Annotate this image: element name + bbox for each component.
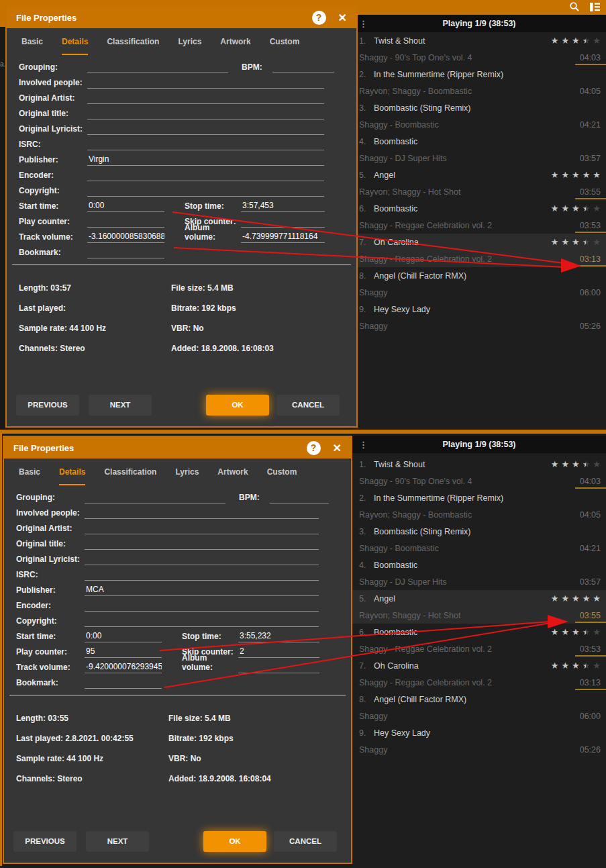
- track-row[interactable]: 1.Twist & Shout★★★★★Shaggy - 90's Top On…: [352, 32, 606, 66]
- track-row[interactable]: 7.Oh Carolina★★★★★Shaggy - Reggae Celebr…: [352, 657, 606, 691]
- start_time-field[interactable]: 0:00: [87, 200, 164, 212]
- close-icon[interactable]: ✕: [338, 11, 347, 25]
- bookmark-field[interactable]: [85, 677, 162, 689]
- rating-stars[interactable]: ★★★★★: [551, 238, 601, 246]
- grouping-field[interactable]: [87, 61, 228, 73]
- track-row[interactable]: 5.Angel★★★★★Rayvon; Shaggy - Hot Shot03:…: [352, 590, 606, 624]
- start_time-field[interactable]: 0:00: [85, 630, 162, 642]
- tab-details[interactable]: Details: [59, 467, 85, 485]
- original_title-field[interactable]: [85, 538, 319, 550]
- involved_people-field[interactable]: [85, 507, 319, 519]
- star-icon[interactable]: ★: [593, 36, 601, 45]
- rating-stars[interactable]: ★★★★★: [551, 628, 601, 636]
- tab-lyrics[interactable]: Lyrics: [175, 467, 199, 485]
- star-icon[interactable]: ★: [551, 204, 559, 213]
- grouping-field[interactable]: [85, 491, 225, 503]
- album_volume-field[interactable]: -4.739999771118164: [241, 231, 325, 243]
- track_volume-field[interactable]: -3.1600000858306885: [87, 231, 164, 243]
- star-icon[interactable]: ★: [593, 171, 601, 179]
- star-icon[interactable]: ★: [561, 460, 569, 469]
- ok-button[interactable]: OK: [203, 831, 266, 852]
- track-row[interactable]: 2.In the Summertime (Ripper Remix)Rayvon…: [352, 66, 606, 99]
- tab-classification[interactable]: Classification: [107, 37, 159, 55]
- stop_time-field[interactable]: 3:55,232: [238, 630, 319, 642]
- rating-stars[interactable]: ★★★★★: [551, 460, 601, 469]
- tab-artwork[interactable]: Artwork: [220, 37, 250, 55]
- cancel-button[interactable]: CANCEL: [274, 831, 337, 852]
- star-icon[interactable]: ★: [593, 238, 601, 246]
- rating-stars[interactable]: ★★★★★: [551, 171, 601, 179]
- rating-stars[interactable]: ★★★★★: [551, 36, 601, 45]
- star-icon[interactable]: ★: [561, 238, 569, 246]
- tab-artwork[interactable]: Artwork: [217, 467, 248, 485]
- track_volume-field[interactable]: -9.420000076293945: [85, 661, 162, 673]
- star-icon[interactable]: ★: [561, 171, 569, 179]
- star-icon[interactable]: ★: [572, 460, 580, 469]
- bookmark-field[interactable]: [87, 246, 164, 258]
- tab-basic[interactable]: Basic: [19, 467, 40, 485]
- original_artist-field[interactable]: [85, 522, 319, 534]
- tab-classification[interactable]: Classification: [104, 467, 156, 485]
- star-icon[interactable]: ★: [572, 171, 580, 179]
- copyright-field[interactable]: [87, 185, 324, 197]
- track-row[interactable]: 2.In the Summertime (Ripper Remix)Rayvon…: [352, 489, 606, 523]
- original_lyricist-field[interactable]: [87, 123, 324, 135]
- star-icon[interactable]: ★: [561, 36, 569, 45]
- tab-lyrics[interactable]: Lyrics: [178, 37, 201, 55]
- close-icon[interactable]: ✕: [333, 441, 342, 455]
- track-row[interactable]: 9.Hey Sexy LadyShaggy05:26: [352, 301, 606, 334]
- help-icon[interactable]: ?: [312, 11, 326, 25]
- star-icon[interactable]: ★: [583, 661, 591, 670]
- next-button[interactable]: NEXT: [89, 395, 152, 416]
- rating-stars[interactable]: ★★★★★: [551, 661, 601, 670]
- help-icon[interactable]: ?: [307, 441, 321, 455]
- star-icon[interactable]: ★: [551, 460, 559, 469]
- bpm-field[interactable]: [272, 61, 334, 73]
- album_volume-field[interactable]: [238, 661, 319, 673]
- star-icon[interactable]: ★: [572, 661, 580, 670]
- track-row[interactable]: 4.BoombasticShaggy - DJ Super Hits03:57: [352, 557, 606, 590]
- isrc-field[interactable]: [85, 569, 319, 581]
- publisher-field[interactable]: MCA: [85, 584, 319, 596]
- star-icon[interactable]: ★: [572, 204, 580, 213]
- search-icon[interactable]: [569, 1, 580, 15]
- star-icon[interactable]: ★: [572, 628, 580, 636]
- star-icon[interactable]: ★: [583, 36, 591, 45]
- track-row[interactable]: 9.Hey Sexy LadyShaggy05:26: [352, 724, 606, 758]
- rating-stars[interactable]: ★★★★★: [551, 594, 601, 603]
- skip_counter-field[interactable]: [241, 215, 325, 228]
- star-icon[interactable]: ★: [572, 594, 580, 603]
- play_counter-field[interactable]: 95: [85, 646, 162, 658]
- track-row[interactable]: 8.Angel (Chill Factor RMX)Shaggy06:00: [352, 691, 606, 724]
- track-row[interactable]: 7.Oh Carolina★★★★★Shaggy - Reggae Celebr…: [352, 234, 606, 267]
- star-icon[interactable]: ★: [583, 460, 591, 469]
- tab-details[interactable]: Details: [62, 37, 88, 55]
- star-icon[interactable]: ★: [551, 171, 559, 179]
- original_artist-field[interactable]: [87, 92, 324, 104]
- track-row[interactable]: 1.Twist & Shout★★★★★Shaggy - 90's Top On…: [352, 456, 606, 489]
- star-icon[interactable]: ★: [561, 628, 569, 636]
- star-icon[interactable]: ★: [561, 204, 569, 213]
- track-row[interactable]: 5.Angel★★★★★Rayvon; Shaggy - Hot Shot03:…: [352, 166, 606, 200]
- star-icon[interactable]: ★: [572, 36, 580, 45]
- copyright-field[interactable]: [85, 615, 319, 627]
- star-icon[interactable]: ★: [583, 238, 591, 246]
- star-icon[interactable]: ★: [593, 628, 601, 636]
- previous-button[interactable]: PREVIOUS: [16, 395, 79, 416]
- involved_people-field[interactable]: [87, 77, 324, 89]
- original_title-field[interactable]: [87, 107, 324, 119]
- publisher-field[interactable]: Virgin: [87, 154, 324, 166]
- star-icon[interactable]: ★: [593, 204, 601, 213]
- encoder-field[interactable]: [85, 599, 319, 612]
- tab-basic[interactable]: Basic: [21, 37, 43, 55]
- track-row[interactable]: 4.BoombasticShaggy - DJ Super Hits03:57: [352, 133, 606, 166]
- star-icon[interactable]: ★: [561, 594, 569, 603]
- tab-custom[interactable]: Custom: [267, 467, 297, 485]
- star-icon[interactable]: ★: [561, 661, 569, 670]
- skip_counter-field[interactable]: 2: [238, 646, 319, 658]
- isrc-field[interactable]: [87, 138, 324, 150]
- encoder-field[interactable]: [87, 169, 324, 181]
- stop_time-field[interactable]: 3:57,453: [241, 200, 325, 212]
- original_lyricist-field[interactable]: [85, 553, 319, 565]
- star-icon[interactable]: ★: [551, 661, 559, 670]
